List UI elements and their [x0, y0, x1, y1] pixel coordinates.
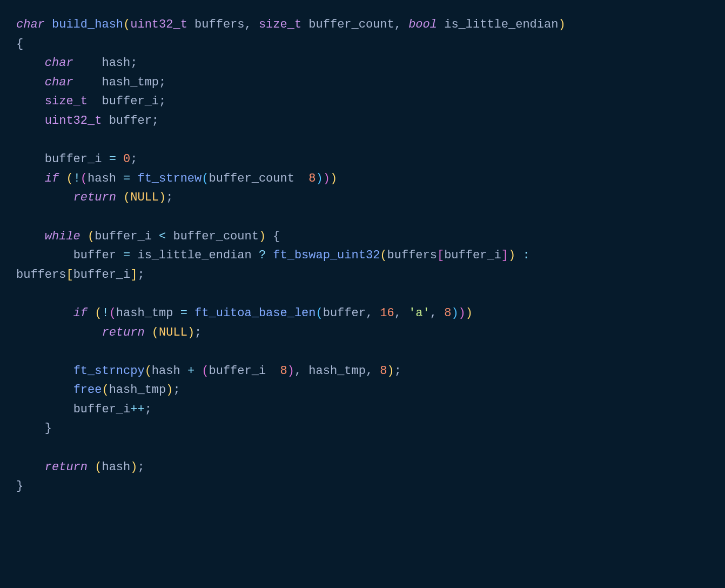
id-buffer: buffer [73, 249, 116, 262]
string-a: 'a' [408, 306, 430, 320]
paren-close: ) [387, 364, 394, 378]
op-eq: = [123, 249, 130, 262]
num-8: 8 [444, 306, 451, 320]
keyword-return: return [73, 191, 116, 204]
id-buffer-count: buffer_count [209, 172, 294, 185]
op-eq: = [180, 306, 187, 320]
paren-open: ( [202, 364, 209, 378]
keyword-if: if [45, 172, 59, 185]
const-null: NULL [130, 191, 159, 204]
semi: ; [130, 56, 137, 70]
paren-open: ( [109, 306, 116, 320]
id-hash: hash [88, 172, 116, 185]
semi: ; [152, 114, 159, 128]
paren-open: ( [66, 172, 73, 185]
op-plus: + [187, 364, 194, 378]
paren-open: ( [123, 18, 130, 31]
comma: , [394, 306, 401, 320]
paren-close: ) [451, 306, 458, 320]
op-colon: : [522, 249, 529, 262]
id-buffer-i: buffer_i [73, 268, 131, 282]
bracket-open: [ [66, 268, 73, 282]
fn-ft-strncpy: ft_strncpy [73, 364, 145, 378]
comma: , [430, 306, 437, 320]
comma: , [394, 18, 401, 31]
op-not: ! [73, 172, 80, 185]
semi: ; [159, 76, 166, 89]
id-hash: hash [102, 56, 130, 70]
paren-open: ( [380, 249, 387, 262]
paren-open: ( [95, 460, 102, 474]
type-size: size_t [45, 95, 88, 108]
op-eq: = [123, 172, 130, 185]
id-buffer-i: buffer_i [444, 249, 501, 262]
semi: ; [166, 191, 173, 204]
id-buffer-i: buffer_i [102, 95, 159, 108]
paren-close: ) [508, 249, 515, 262]
bracket-close: ] [501, 249, 508, 262]
id-hash: hash [152, 364, 180, 378]
paren-close: ) [187, 326, 194, 339]
keyword-return: return [45, 460, 88, 474]
paren-close: ) [558, 18, 565, 31]
id-buffer-i: buffer_i [45, 152, 102, 166]
paren-open: ( [145, 364, 152, 378]
type-bool: bool [408, 18, 437, 31]
fn-build-hash: build_hash [52, 18, 123, 31]
paren-open: ( [123, 191, 130, 204]
paren-open: ( [152, 326, 159, 339]
comma: , [245, 18, 252, 31]
semi: ; [394, 364, 401, 378]
paren-close: ) [259, 230, 266, 243]
fn-ft-bswap-uint32: ft_bswap_uint32 [273, 249, 380, 262]
id-hash-tmp: hash_tmp [116, 306, 173, 320]
id-hash-tmp: hash_tmp [109, 383, 166, 397]
paren-close: ) [330, 172, 337, 185]
code-block: char build_hash(uint32_t buffers, size_t… [0, 0, 725, 511]
id-buffers: buffers [194, 18, 244, 31]
op-lt: < [159, 230, 166, 243]
id-hash: hash [102, 460, 130, 474]
paren-close: ) [159, 191, 166, 204]
id-buffer-i: buffer_i [209, 364, 266, 378]
op-eq: = [109, 152, 116, 166]
keyword-char: char [45, 76, 73, 89]
brace-close: } [45, 422, 52, 435]
paren-close: ) [166, 383, 173, 397]
id-hash-tmp: hash_tmp [102, 76, 159, 89]
fn-ft-uitoa-base-len: ft_uitoa_base_len [194, 306, 315, 320]
id-buffer-count: buffer_count [173, 230, 258, 243]
const-null: NULL [159, 326, 187, 339]
id-buffer: buffer [323, 306, 366, 320]
paren-close: ) [130, 460, 137, 474]
id-hash-tmp: hash_tmp [308, 364, 366, 378]
type-uint32: uint32_t [130, 18, 187, 31]
op-not: ! [102, 306, 109, 320]
semi: ; [137, 460, 144, 474]
id-is-little-endian: is_little_endian [137, 249, 251, 262]
op-pp: ++ [130, 403, 144, 416]
id-buffers: buffers [387, 249, 437, 262]
op-qmark: ? [259, 249, 266, 262]
paren-close: ) [316, 172, 323, 185]
id-buffer-count: buffer_count [308, 18, 394, 31]
id-buffer-i: buffer_i [73, 403, 131, 416]
brace-open: { [273, 230, 280, 243]
comma: , [366, 306, 373, 320]
paren-close: ) [459, 306, 466, 320]
paren-open: ( [80, 172, 88, 185]
bracket-open: [ [437, 249, 444, 262]
paren-close: ) [466, 306, 473, 320]
paren-close: ) [287, 364, 294, 378]
paren-open: ( [202, 172, 209, 185]
id-buffer-i: buffer_i [95, 230, 152, 243]
num-8: 8 [280, 364, 287, 378]
semi: ; [130, 152, 137, 166]
comma: , [366, 364, 373, 378]
id-is-little-endian: is_little_endian [444, 18, 558, 31]
comma: , [294, 364, 301, 378]
brace-open: { [16, 37, 23, 51]
keyword-char: char [45, 56, 73, 70]
type-uint32: uint32_t [45, 114, 102, 128]
num-8: 8 [308, 172, 315, 185]
